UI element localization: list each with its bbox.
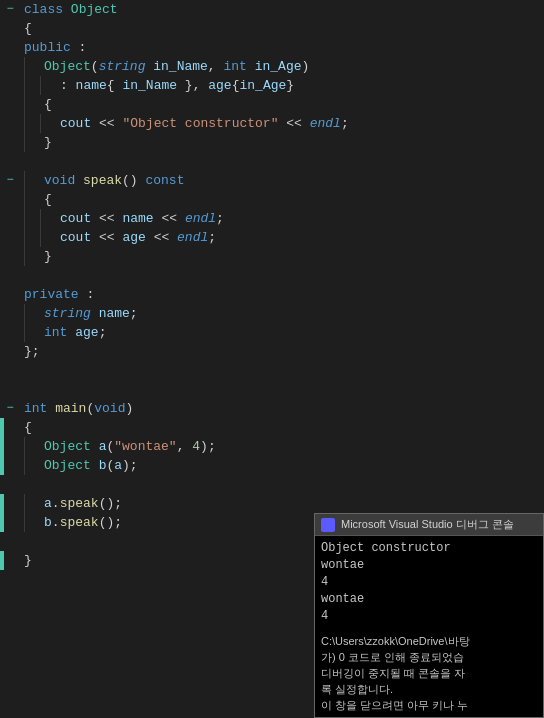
code-tokens: } [40, 133, 52, 152]
token-plain: , [177, 439, 193, 454]
code-tokens [20, 361, 32, 380]
console-overlay[interactable]: Microsoft Visual Studio 디버그 콘솔 Object co… [314, 513, 544, 718]
code-line [0, 380, 544, 399]
console-output-line: wontae [321, 591, 537, 608]
token-fn: speak [60, 515, 99, 530]
code-tokens: cout << "Object constructor" << endl; [56, 114, 349, 133]
token-param: b [44, 515, 52, 530]
console-title: Microsoft Visual Studio 디버그 콘솔 [341, 517, 514, 532]
indent-wrapper: int main(void) [20, 399, 133, 418]
indent-wrapper [20, 532, 32, 551]
indent-guide [24, 209, 40, 228]
gutter-symbol[interactable]: − [0, 171, 20, 190]
indent-wrapper: private : [20, 285, 94, 304]
code-container: −class Object{public :Object(string in_N… [0, 0, 544, 570]
indent-wrapper: } [20, 551, 32, 570]
indent-wrapper: }; [20, 342, 40, 361]
token-param: in_Name [122, 78, 177, 93]
code-line: Object a("wontae", 4); [0, 437, 544, 456]
code-line: −int main(void) [0, 399, 544, 418]
indent-wrapper: cout << age << endl; [20, 228, 216, 247]
code-tokens: a.speak(); [40, 494, 122, 513]
token-kw: int [223, 59, 246, 74]
token-kw: void [94, 401, 125, 416]
code-line: Object b(a); [0, 456, 544, 475]
token-plain [75, 173, 83, 188]
token-endl-kw: endl [310, 116, 341, 131]
code-tokens: Object a("wontae", 4); [40, 437, 216, 456]
token-plain: } [286, 78, 294, 93]
indent-wrapper [20, 380, 32, 399]
indent-wrapper: { [20, 190, 52, 209]
token-member: age [208, 78, 231, 93]
code-tokens: private : [20, 285, 94, 304]
token-cout-kw: cout [60, 230, 91, 245]
token-kw: const [145, 173, 184, 188]
indent-guide [40, 228, 56, 247]
token-kw: void [44, 173, 75, 188]
indent-wrapper [20, 361, 32, 380]
indent-guide [24, 171, 40, 190]
code-line [0, 361, 544, 380]
code-tokens: } [40, 247, 52, 266]
indent-guide [24, 513, 40, 532]
indent-wrapper: Object b(a); [20, 456, 138, 475]
token-plain: ; [208, 230, 216, 245]
token-plain: , [208, 59, 224, 74]
token-plain [91, 306, 99, 321]
code-line: public : [0, 38, 544, 57]
code-tokens [20, 532, 32, 551]
token-kw-type: Object [71, 2, 118, 17]
code-tokens: int age; [40, 323, 106, 342]
token-kw: public [24, 40, 71, 55]
token-plain: << [91, 116, 122, 131]
console-footer-line: 록 실정합니다. [321, 681, 537, 697]
token-plain: { [24, 420, 32, 435]
console-output-line: wontae [321, 557, 537, 574]
code-tokens: cout << name << endl; [56, 209, 224, 228]
vs-icon [321, 518, 335, 532]
gutter-symbol[interactable]: − [0, 399, 20, 418]
token-plain: { [107, 78, 123, 93]
console-output-line: 4 [321, 574, 537, 591]
indent-wrapper: } [20, 247, 52, 266]
indent-wrapper: Object a("wontae", 4); [20, 437, 216, 456]
token-plain: { [44, 192, 52, 207]
token-plain: } [44, 249, 52, 264]
indent-guide [24, 323, 40, 342]
token-endl-kw: endl [177, 230, 208, 245]
token-plain: ); [122, 458, 138, 473]
token-cout-kw: cout [60, 211, 91, 226]
token-plain: << [154, 211, 185, 226]
gutter-symbol[interactable]: − [0, 0, 20, 19]
code-line: { [0, 418, 544, 437]
token-kw-type: Object [44, 439, 91, 454]
indent-guide [24, 437, 40, 456]
code-tokens [20, 266, 32, 285]
indent-wrapper: Object(string in_Name, int in_Age) [20, 57, 309, 76]
indent-wrapper: public : [20, 38, 86, 57]
token-plain: : [71, 40, 87, 55]
token-plain [63, 2, 71, 17]
indent-guide [24, 228, 40, 247]
code-line: : name{ in_Name }, age{in_Age} [0, 76, 544, 95]
code-tokens: : name{ in_Name }, age{in_Age} [56, 76, 294, 95]
indent-wrapper: } [20, 133, 52, 152]
code-line: { [0, 19, 544, 38]
console-titlebar: Microsoft Visual Studio 디버그 콘솔 [315, 514, 543, 536]
editor-area: −class Object{public :Object(string in_N… [0, 0, 544, 718]
indent-guide [24, 57, 40, 76]
indent-guide [24, 114, 40, 133]
token-plain: { [44, 97, 52, 112]
token-plain: << [278, 116, 309, 131]
indent-guide [24, 190, 40, 209]
token-param: in_Age [255, 59, 302, 74]
console-footer-line: C:\Users\zzokk\OneDrive\바탕 [321, 633, 537, 649]
token-plain: }, [177, 78, 208, 93]
console-output-line: Object constructor [321, 540, 537, 557]
code-tokens: { [20, 19, 32, 38]
token-plain: . [52, 496, 60, 511]
token-param: in_Name [153, 59, 208, 74]
token-plain: ; [130, 306, 138, 321]
console-footer-line: 이 창을 닫으려면 아무 키나 누 [321, 697, 537, 713]
